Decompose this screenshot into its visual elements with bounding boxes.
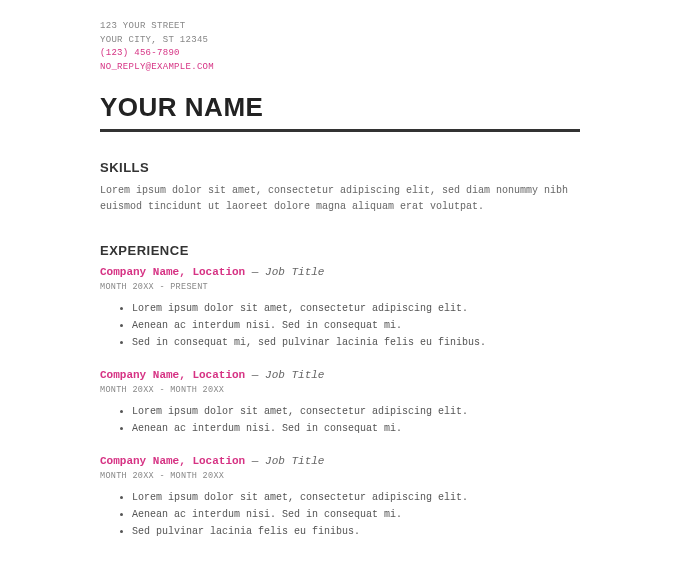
job-header: Company Name, Location — Job Title — [100, 369, 580, 381]
job-header: Company Name, Location — Job Title — [100, 455, 580, 467]
job-bullet: Aenean ac interdum nisi. Sed in consequa… — [132, 420, 580, 437]
job-bullet: Lorem ipsum dolor sit amet, consectetur … — [132, 403, 580, 420]
job-bullet: Lorem ipsum dolor sit amet, consectetur … — [132, 300, 580, 317]
contact-city: YOUR CITY, ST 12345 — [100, 34, 580, 48]
job-title: Job Title — [265, 266, 324, 278]
skills-heading: SKILLS — [100, 160, 580, 175]
job-bullets: Lorem ipsum dolor sit amet, consectetur … — [100, 300, 580, 351]
job-entry: Company Name, Location — Job TitleMONTH … — [100, 266, 580, 351]
job-dates: MONTH 20XX - MONTH 20XX — [100, 471, 580, 481]
job-header: Company Name, Location — Job Title — [100, 266, 580, 278]
job-dates: MONTH 20XX - MONTH 20XX — [100, 385, 580, 395]
job-bullets: Lorem ipsum dolor sit amet, consectetur … — [100, 489, 580, 540]
page-title: YOUR NAME — [100, 92, 580, 123]
title-rule — [100, 129, 580, 132]
job-dash: — — [245, 266, 265, 278]
job-dash: — — [245, 369, 265, 381]
job-company: Company Name, Location — [100, 266, 245, 278]
job-company: Company Name, Location — [100, 455, 245, 467]
contact-phone: (123) 456-7890 — [100, 47, 580, 61]
job-dates: MONTH 20XX - PRESENT — [100, 282, 580, 292]
job-company: Company Name, Location — [100, 369, 245, 381]
job-bullets: Lorem ipsum dolor sit amet, consectetur … — [100, 403, 580, 437]
job-bullet: Aenean ac interdum nisi. Sed in consequa… — [132, 506, 580, 523]
contact-street: 123 YOUR STREET — [100, 20, 580, 34]
job-bullet: Aenean ac interdum nisi. Sed in consequa… — [132, 317, 580, 334]
job-bullet: Sed in consequat mi, sed pulvinar lacini… — [132, 334, 580, 351]
jobs-list: Company Name, Location — Job TitleMONTH … — [100, 266, 580, 540]
job-title: Job Title — [265, 369, 324, 381]
experience-heading: EXPERIENCE — [100, 243, 580, 258]
job-entry: Company Name, Location — Job TitleMONTH … — [100, 455, 580, 540]
job-entry: Company Name, Location — Job TitleMONTH … — [100, 369, 580, 437]
job-bullet: Lorem ipsum dolor sit amet, consectetur … — [132, 489, 580, 506]
skills-body: Lorem ipsum dolor sit amet, consectetur … — [100, 183, 580, 215]
job-dash: — — [245, 455, 265, 467]
job-title: Job Title — [265, 455, 324, 467]
contact-email: NO_REPLY@EXAMPLE.COM — [100, 61, 580, 75]
job-bullet: Sed pulvinar lacinia felis eu finibus. — [132, 523, 580, 540]
contact-block: 123 YOUR STREET YOUR CITY, ST 12345 (123… — [100, 20, 580, 74]
